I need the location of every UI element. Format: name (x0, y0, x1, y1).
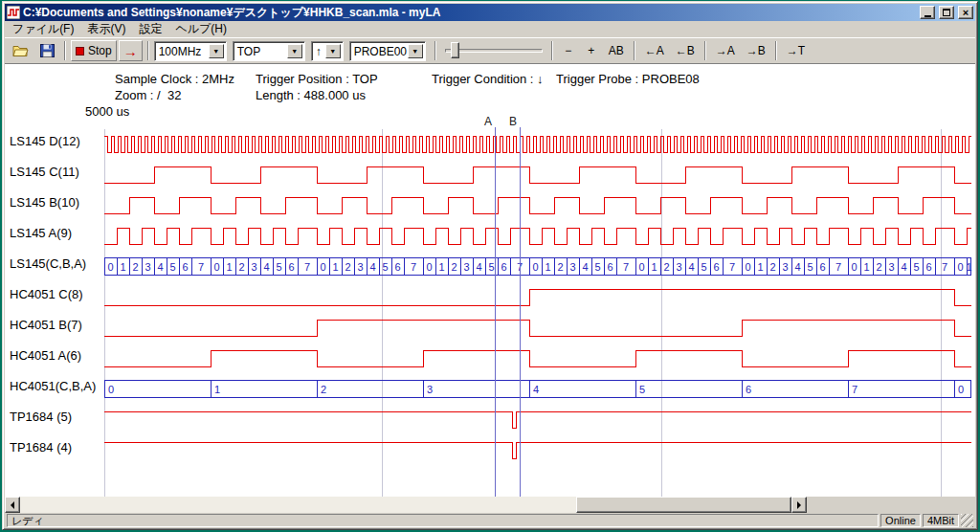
trigger-probe-select[interactable]: PROBE00 ▼ (349, 41, 426, 61)
stop-icon (76, 47, 84, 55)
bus-value: 7 (852, 384, 858, 395)
bus-value: 0 (638, 261, 644, 273)
scroll-left-button[interactable] (5, 497, 20, 513)
jump-right-to-a-button[interactable]: →A (711, 40, 740, 61)
bus-value: 4 (263, 261, 269, 273)
scrollbar-track[interactable] (20, 497, 791, 513)
waveform-area[interactable]: 0123456701234567012345670123456701234567… (104, 114, 975, 497)
resize-grip[interactable] (961, 514, 973, 527)
jump-left-to-a-button[interactable]: ←A (640, 40, 669, 61)
trigger-position-info: Trigger Position : TOP (256, 72, 378, 86)
channel-label-hc4051-c-8[interactable]: HC4051 C(8) (10, 285, 83, 304)
close-button[interactable]: × (958, 6, 973, 19)
channel-label-hc4051-b-7[interactable]: HC4051 B(7) (10, 316, 82, 335)
trigger-probe-info: Trigger Probe : PROBE08 (556, 72, 700, 86)
bus-value: 5 (169, 261, 175, 273)
toolbar-separator (634, 41, 635, 60)
maximize-button[interactable] (939, 6, 954, 19)
bus-value: 7 (729, 261, 735, 273)
bus-row-ls145-c-b-a: 0123456701234567012345670123456701234567… (105, 258, 972, 276)
bus-value: 7 (411, 261, 416, 273)
bus-row-hc4051-c-b-a: 012345670 (105, 381, 971, 398)
trigger-probe-value: PROBE00 (350, 42, 408, 60)
bus-value: 0 (851, 261, 857, 273)
bus-value: 3 (888, 261, 894, 273)
length-info: Length : 488.000 us (256, 88, 366, 102)
jump-left-to-b-button[interactable]: ←B (671, 40, 700, 61)
maximize-icon (943, 9, 950, 16)
stop-button[interactable]: Stop (71, 40, 117, 61)
horizontal-scrollbar-area (5, 497, 975, 513)
menu-help[interactable]: ヘルプ(H) (168, 20, 234, 38)
dropdown-arrow-icon[interactable]: ▼ (287, 44, 302, 58)
dropdown-arrow-icon[interactable]: ▼ (209, 44, 224, 58)
menu-view[interactable]: 表示(V) (80, 20, 132, 38)
bus-value: 1 (757, 261, 763, 273)
channel-label-tp1684-4[interactable]: TP1684 (4) (10, 438, 72, 457)
horizontal-scrollbar[interactable] (5, 497, 807, 513)
bus-value: 0 (107, 261, 113, 273)
bus-value: 4 (901, 261, 906, 273)
open-file-button[interactable] (8, 40, 33, 61)
channel-label-ls145-c-b-a[interactable]: LS145(C,B,A) (10, 255, 86, 274)
bus-value: 2 (451, 261, 457, 273)
app-icon (7, 6, 20, 19)
channel-label-ls145-c-11[interactable]: LS145 C(11) (10, 163, 79, 182)
bus-value: 0 (320, 261, 325, 273)
toolbar-separator (64, 41, 66, 60)
dropdown-arrow-icon[interactable]: ▼ (325, 44, 341, 58)
bus-value: 1 (863, 261, 869, 273)
channel-label-tp1684-5[interactable]: TP1684 (5) (10, 408, 72, 427)
menu-file[interactable]: ファイル(F) (6, 20, 80, 38)
trigger-edge-select[interactable]: ↑ ▼ (311, 41, 344, 61)
bus-value: 6 (394, 261, 400, 273)
toolbar-separator (434, 41, 436, 60)
toolbar-separator (704, 41, 706, 60)
menu-settings[interactable]: 設定 (132, 20, 168, 38)
jump-to-trigger-button[interactable]: →T (782, 40, 810, 61)
trace-hc4051-c-8 (104, 289, 971, 305)
zoom-out-button[interactable]: − (558, 40, 579, 61)
status-bar: レディ Online 4MBit (5, 513, 975, 527)
jump-right-to-b-button[interactable]: →B (742, 40, 770, 61)
bus-value: 7 (304, 261, 310, 273)
save-file-button[interactable] (35, 40, 59, 61)
channel-label-ls145-b-10[interactable]: LS145 B(10) (10, 193, 79, 212)
zoom-slider[interactable] (443, 40, 545, 61)
status-memory: 4MBit (923, 514, 959, 527)
minimize-button[interactable] (920, 6, 935, 19)
zoom-in-button[interactable]: + (581, 40, 602, 61)
run-button[interactable]: → (119, 40, 143, 61)
bus-value: 0 (426, 261, 432, 273)
trace-ls145-b-10 (104, 197, 971, 213)
bus-value: 2 (557, 261, 563, 273)
bus-value: 5 (639, 384, 645, 395)
trace-tp1684-5 (104, 411, 971, 428)
scrollbar-thumb[interactable] (576, 497, 791, 513)
channel-label-ls145-a-9[interactable]: LS145 A(9) (10, 224, 72, 243)
marker-ab-button[interactable]: AB (604, 40, 629, 61)
bus-value: 6 (746, 384, 751, 395)
channel-label-hc4051-c-b-a[interactable]: HC4051(C,B,A) (10, 377, 96, 396)
bus-value: 3 (251, 261, 256, 273)
bus-value: 2 (321, 384, 326, 395)
bus-value: 2 (769, 261, 775, 273)
bus-value: 0 (108, 384, 114, 395)
sample-rate-select[interactable]: 100MHz ▼ (154, 41, 227, 61)
trigger-position-select[interactable]: TOP ▼ (233, 41, 305, 61)
bus-value: 2 (876, 261, 881, 273)
channel-label-ls145-d-12[interactable]: LS145 D(12) (10, 132, 80, 151)
bus-value: 0 (745, 261, 750, 273)
scroll-right-button[interactable] (791, 497, 807, 513)
zoom-info: Zoom : / 32 (115, 88, 181, 102)
dropdown-arrow-icon[interactable]: ▼ (408, 44, 423, 58)
bus-value: 4 (476, 261, 481, 273)
bus-value: 4 (369, 261, 375, 273)
slider-thumb[interactable] (451, 42, 459, 58)
bus-value: 3 (145, 261, 150, 273)
title-bar[interactable]: C:¥Documents and Settings¥noname¥デスクトップ¥… (5, 4, 975, 21)
sample-rate-value: 100MHz (155, 42, 209, 60)
trace-tp1684-4 (104, 442, 971, 458)
bus-value: 0 (532, 261, 538, 273)
channel-label-hc4051-a-6[interactable]: HC4051 A(6) (10, 346, 81, 366)
